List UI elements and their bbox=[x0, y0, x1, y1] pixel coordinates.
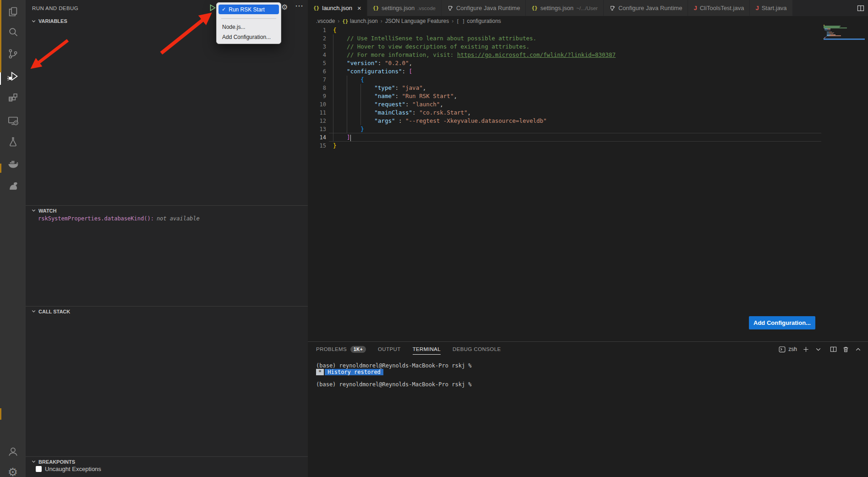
code-line-12[interactable]: 12 "args" : "--regtest -Xkeyvalue.dataso… bbox=[308, 117, 868, 125]
code-line-13[interactable]: 13 } bbox=[308, 125, 868, 133]
code-line-5[interactable]: 5 "version": "0.2.0", bbox=[308, 59, 868, 67]
line-number[interactable]: 9 bbox=[308, 92, 326, 100]
breakpoints-section-header[interactable]: BREAKPOINTS bbox=[26, 456, 308, 466]
line-content[interactable]: // For more information, visit: https://… bbox=[333, 51, 616, 59]
split-editor-icon[interactable] bbox=[857, 0, 864, 16]
line-number[interactable]: 3 bbox=[308, 43, 326, 51]
code-line-9[interactable]: 9 "name": "Run RSK Start", bbox=[308, 92, 868, 100]
line-number[interactable]: 10 bbox=[308, 100, 326, 109]
tab-settings-json[interactable]: {}settings.json.vscode bbox=[367, 0, 442, 16]
call-stack-section-header[interactable]: CALL STACK bbox=[26, 306, 308, 316]
breadcrumb-item-launch-json[interactable]: {}launch.json bbox=[342, 18, 377, 24]
tab-start-java[interactable]: JStart.java bbox=[750, 0, 792, 16]
panel-tab-problems[interactable]: PROBLEMS1K+ bbox=[316, 342, 366, 356]
line-number[interactable]: 4 bbox=[308, 51, 326, 59]
shell-name-label[interactable]: zsh bbox=[788, 346, 797, 352]
new-terminal-icon[interactable] bbox=[802, 346, 809, 353]
menu-item-run-rsk-start[interactable]: ✓ Run RSK Start bbox=[218, 5, 279, 14]
start-debugging-play-icon[interactable] bbox=[208, 4, 217, 12]
terminal-output[interactable]: (base) reynoldmorel@Reynolds-MacBook-Pro… bbox=[308, 356, 868, 388]
code-line-4[interactable]: 4 // For more information, visit: https:… bbox=[308, 51, 868, 59]
code-line-11[interactable]: 11 "mainClass": "co.rsk.Start", bbox=[308, 109, 868, 117]
activity-remote-explorer-icon[interactable] bbox=[0, 111, 26, 129]
line-number[interactable]: 2 bbox=[308, 34, 326, 43]
panel-tab-debug-console[interactable]: DEBUG CONSOLE bbox=[453, 342, 501, 356]
line-content[interactable]: // Hover to view descriptions of existin… bbox=[333, 43, 530, 51]
kill-terminal-icon[interactable] bbox=[842, 346, 849, 353]
line-number[interactable]: 7 bbox=[308, 76, 326, 84]
activity-search-icon[interactable] bbox=[0, 23, 26, 41]
code-editor[interactable]: 1{2 // Use IntelliSense to learn about p… bbox=[308, 26, 868, 159]
breadcrumb-item-configurations[interactable]: [ ]configurations bbox=[456, 18, 501, 24]
code-line-10[interactable]: 10 "request": "launch", bbox=[308, 100, 868, 109]
line-number[interactable]: 1 bbox=[308, 26, 326, 34]
tab-launch-json[interactable]: {}launch.json× bbox=[308, 0, 367, 16]
line-content[interactable]: "type": "java", bbox=[333, 84, 426, 92]
code-line-7[interactable]: 7 { bbox=[308, 76, 868, 84]
line-content[interactable]: } bbox=[333, 142, 337, 150]
activity-source-control-icon[interactable] bbox=[0, 44, 26, 63]
line-number[interactable]: 11 bbox=[308, 109, 326, 117]
line-content[interactable]: ] bbox=[333, 133, 351, 142]
code-token: : bbox=[405, 101, 412, 108]
panel-tab-output[interactable]: OUTPUT bbox=[378, 342, 401, 356]
tab-configure-java-runtime[interactable]: Configure Java Runtime bbox=[604, 0, 688, 16]
open-launch-json-gear-icon[interactable]: ⚙ bbox=[281, 4, 288, 11]
line-content[interactable]: { bbox=[333, 76, 364, 84]
activity-settings-gear-icon[interactable]: ⚙ bbox=[0, 463, 26, 477]
activity-explorer-icon[interactable] bbox=[0, 2, 26, 21]
code-line-15[interactable]: 15} bbox=[308, 142, 868, 150]
terminal-profile-icon[interactable] bbox=[779, 346, 786, 353]
maximize-panel-chevron-icon[interactable] bbox=[855, 346, 862, 353]
line-content[interactable]: // Use IntelliSense to learn about possi… bbox=[333, 34, 536, 43]
code-line-1[interactable]: 1{ bbox=[308, 26, 868, 34]
menu-item-add-configuration[interactable]: Add Configuration... bbox=[218, 33, 279, 42]
minimap[interactable] bbox=[824, 25, 865, 40]
watch-expression-row[interactable]: rskSystemProperties.databaseKind():not a… bbox=[38, 215, 200, 222]
add-configuration-button[interactable]: Add Configuration... bbox=[749, 316, 815, 329]
line-number[interactable]: 13 bbox=[308, 125, 326, 133]
code-line-6[interactable]: 6 "configurations": [ bbox=[308, 67, 868, 76]
line-content[interactable]: { bbox=[333, 26, 337, 34]
line-number[interactable]: 5 bbox=[308, 59, 326, 67]
terminal-dropdown-chevron-icon[interactable] bbox=[815, 346, 822, 353]
tab-settings-json[interactable]: {}settings.json~/.../User bbox=[526, 0, 604, 16]
panel-tab-terminal[interactable]: TERMINAL bbox=[413, 342, 441, 356]
activity-extensions-icon[interactable] bbox=[0, 88, 26, 107]
line-number[interactable]: 15 bbox=[308, 142, 326, 150]
json-file-icon: {} bbox=[531, 5, 537, 11]
line-content[interactable]: } bbox=[333, 125, 364, 133]
line-content[interactable]: "version": "0.2.0", bbox=[333, 59, 412, 67]
watch-section-header[interactable]: WATCH bbox=[26, 205, 308, 215]
activity-gradle-icon[interactable] bbox=[0, 176, 26, 195]
code-line-14[interactable]: 14 ] bbox=[308, 133, 868, 142]
code-line-3[interactable]: 3 // Hover to view descriptions of exist… bbox=[308, 43, 868, 51]
activity-testing-icon[interactable] bbox=[0, 132, 26, 151]
code-line-2[interactable]: 2 // Use IntelliSense to learn about pos… bbox=[308, 34, 868, 43]
line-content[interactable]: "mainClass": "co.rsk.Start", bbox=[333, 109, 471, 117]
split-terminal-icon[interactable] bbox=[830, 346, 837, 353]
line-content[interactable]: "name": "Run RSK Start", bbox=[333, 92, 457, 100]
line-content[interactable]: "request": "launch", bbox=[333, 100, 443, 109]
tab-close-icon[interactable]: × bbox=[357, 4, 361, 12]
activity-account-icon[interactable] bbox=[0, 442, 26, 461]
activity-run-and-debug-icon[interactable] bbox=[0, 67, 26, 85]
line-content[interactable]: "args" : "--regtest -Xkeyvalue.datasourc… bbox=[333, 117, 547, 125]
sidebar-title: RUN AND DEBUG bbox=[32, 5, 78, 11]
menu-item-node-js[interactable]: Node.js... bbox=[218, 22, 279, 32]
tab-configure-java-runtime[interactable]: Configure Java Runtime bbox=[442, 0, 526, 16]
code-line-8[interactable]: 8 "type": "java", bbox=[308, 84, 868, 92]
activity-docker-icon[interactable] bbox=[0, 154, 26, 173]
breadcrumb-item--vscode[interactable]: .vscode bbox=[316, 18, 335, 24]
selected-configuration-label: Run RSK Start bbox=[229, 6, 265, 13]
debug-configuration-menu: ✓ Run RSK Start Node.js...Add Configurat… bbox=[216, 2, 281, 44]
line-number[interactable]: 12 bbox=[308, 117, 326, 125]
line-number[interactable]: 14 bbox=[308, 133, 326, 142]
line-number[interactable]: 8 bbox=[308, 84, 326, 92]
uncaught-exceptions-checkbox[interactable] bbox=[36, 466, 42, 472]
line-number[interactable]: 6 bbox=[308, 67, 326, 76]
views-more-actions-icon[interactable]: ⋯ bbox=[295, 1, 304, 11]
breadcrumb-item-json-language-features[interactable]: JSON Language Features bbox=[385, 18, 449, 24]
tab-clitoolstest-java[interactable]: JCliToolsTest.java bbox=[688, 0, 750, 16]
line-content[interactable]: "configurations": [ bbox=[333, 67, 412, 76]
